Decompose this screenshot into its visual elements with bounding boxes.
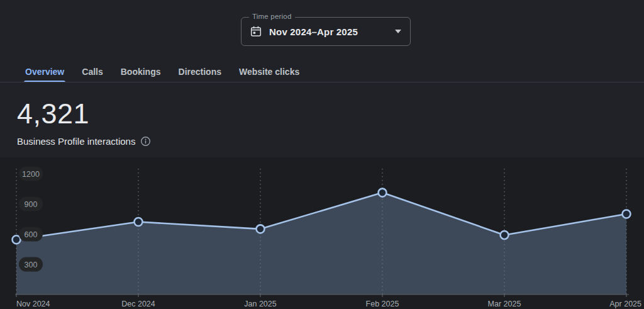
y-tick-label: 300 [25, 261, 38, 269]
tab-website-clicks[interactable]: Website clicks [239, 60, 299, 82]
area-fill [16, 193, 626, 295]
chevron-down-icon [395, 30, 401, 33]
y-tick-label: 900 [25, 200, 38, 209]
interactions-chart-panel: 3006009001200Nov 2024Dec 2024Jan 2025Feb… [0, 157, 644, 309]
x-axis-label: Feb 2025 [366, 300, 399, 308]
data-point-marker[interactable] [501, 231, 509, 239]
x-axis-label: Dec 2024 [121, 300, 155, 308]
x-axis-label: Jan 2025 [244, 300, 276, 308]
calendar-icon [250, 26, 262, 37]
tab-overview[interactable]: Overview [25, 60, 64, 82]
data-point-marker[interactable] [13, 235, 21, 244]
performance-tabs: Overview Calls Bookings Directions Websi… [0, 60, 644, 82]
business-profile-performance-page: { "time_period": { "label": "Time period… [0, 0, 644, 309]
data-point-marker[interactable] [379, 189, 387, 197]
tab-directions[interactable]: Directions [179, 60, 221, 82]
tab-bookings[interactable]: Bookings [121, 60, 161, 82]
data-point-marker[interactable] [623, 210, 631, 218]
tabs-divider [0, 82, 644, 82]
tab-calls[interactable]: Calls [82, 60, 103, 82]
info-icon[interactable] [140, 136, 151, 147]
y-tick-label: 600 [25, 230, 38, 239]
x-axis-label: Mar 2025 [488, 300, 521, 308]
y-tick-label: 1200 [22, 170, 40, 179]
interactions-total: 4,321 [17, 98, 89, 130]
interactions-area-chart: 3006009001200Nov 2024Dec 2024Jan 2025Feb… [0, 157, 644, 309]
metric-label-row: Business Profile interactions [17, 136, 151, 147]
metric-label: Business Profile interactions [17, 136, 135, 147]
time-period-selector[interactable]: Time period Nov 2024–Apr 2025 [241, 17, 411, 46]
time-period-value: Nov 2024–Apr 2025 [269, 26, 390, 37]
data-point-marker[interactable] [135, 218, 143, 226]
time-period-field-label: Time period [249, 13, 295, 20]
data-point-marker[interactable] [257, 225, 265, 233]
x-axis-label: Nov 2024 [16, 300, 50, 308]
x-axis-label: Apr 2025 [609, 300, 641, 308]
